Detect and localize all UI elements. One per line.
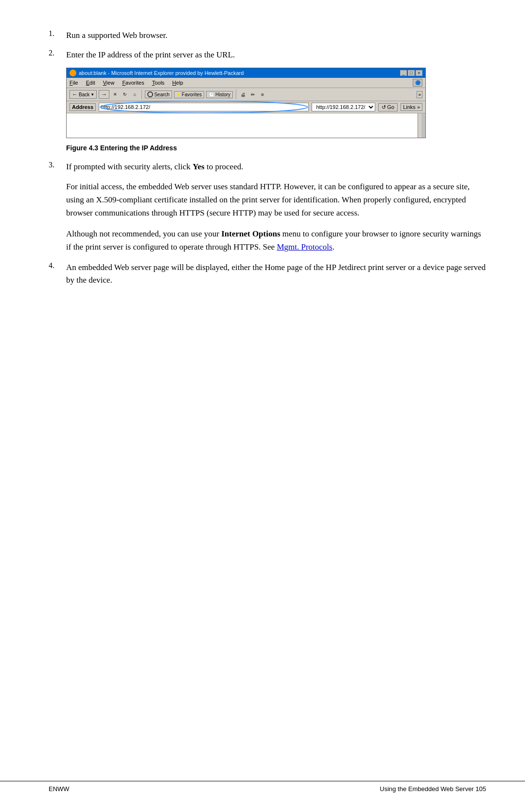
history-button[interactable]: 🕐 History bbox=[206, 91, 233, 98]
history-clock-icon: 🕐 bbox=[209, 92, 214, 97]
back-dropdown-icon: ▼ bbox=[90, 92, 94, 97]
window-controls[interactable]: _ □ × bbox=[400, 70, 422, 76]
toolbar-separator-2 bbox=[236, 90, 236, 99]
browser-title-area: about:blank - Microsoft Internet Explore… bbox=[70, 70, 244, 76]
go-arrow-icon: ↺ bbox=[382, 104, 386, 110]
refresh-button[interactable]: ↻ bbox=[121, 90, 129, 98]
step-3: 3. If prompted with security alerts, cli… bbox=[49, 161, 486, 173]
browser-titlebar: about:blank - Microsoft Internet Explore… bbox=[67, 68, 425, 78]
address-dropdown[interactable]: http://192.168.2.172/ bbox=[312, 103, 375, 111]
browser-toolbar: ← Back ▼ → ✕ ↻ ⌂ Search bbox=[67, 88, 425, 101]
edit-icon: ✏ bbox=[251, 92, 255, 97]
ie-logo: 🔵 bbox=[413, 79, 422, 87]
toolbar-separator-1 bbox=[141, 90, 142, 99]
stop-button[interactable]: ✕ bbox=[111, 90, 119, 98]
home-icon: ⌂ bbox=[133, 92, 136, 97]
browser-menubar: File Edit View Favorites Tools Help 🔵 bbox=[67, 78, 425, 88]
step-4-number: 4. bbox=[49, 261, 66, 270]
internet-options-bold: Internet Options bbox=[221, 229, 280, 238]
go-label: Go bbox=[387, 104, 394, 110]
address-label: Address bbox=[70, 103, 96, 111]
favorites-star-icon: ★ bbox=[176, 92, 181, 97]
step-4: 4. An embedded Web server page will be d… bbox=[49, 261, 486, 286]
paragraph-1: For initial access, the embedded Web ser… bbox=[66, 180, 486, 220]
minimize-button[interactable]: _ bbox=[400, 70, 407, 76]
refresh-icon: ↻ bbox=[123, 92, 127, 97]
home-button[interactable]: ⌂ bbox=[131, 90, 139, 98]
menu-help[interactable]: Help bbox=[172, 80, 183, 86]
forward-arrow-icon: → bbox=[101, 91, 107, 98]
browser-screenshot: about:blank - Microsoft Internet Explore… bbox=[66, 68, 426, 138]
forward-button[interactable]: → bbox=[99, 90, 109, 99]
paragraph-2-before: Although not recommended, you can use yo… bbox=[66, 229, 221, 238]
step-2-text: Enter the IP address of the print server… bbox=[66, 49, 235, 61]
step-2-number: 2. bbox=[49, 49, 66, 57]
menu-file[interactable]: File bbox=[70, 80, 78, 86]
step-1-text: Run a supported Web browser. bbox=[66, 29, 167, 42]
list-icon: ≡ bbox=[261, 92, 264, 97]
favorites-button[interactable]: ★ Favorites bbox=[174, 91, 204, 98]
menu-view[interactable]: View bbox=[103, 80, 115, 86]
step-2: 2. Enter the IP address of the print ser… bbox=[49, 49, 486, 61]
menu-tools[interactable]: Tools bbox=[152, 80, 165, 86]
favorites-label: Favorites bbox=[182, 92, 202, 97]
footer-right: Using the Embedded Web Server 105 bbox=[380, 785, 486, 793]
menu-edit[interactable]: Edit bbox=[86, 80, 95, 86]
print-icon: 🖨 bbox=[241, 92, 245, 97]
back-label: Back bbox=[79, 92, 89, 97]
view-button[interactable]: ≡ bbox=[259, 90, 266, 98]
step-1: 1. Run a supported Web browser. bbox=[49, 29, 486, 42]
back-arrow-icon: ← bbox=[72, 91, 78, 98]
step-1-number: 1. bbox=[49, 29, 66, 38]
close-button[interactable]: × bbox=[416, 70, 422, 76]
step-3-text: If prompted with security alerts, click … bbox=[66, 161, 243, 173]
browser-icon bbox=[70, 70, 76, 76]
footer: ENWW Using the Embedded Web Server 105 bbox=[0, 781, 525, 793]
go-button[interactable]: ↺ Go bbox=[378, 103, 398, 111]
figure-caption: Figure 4.3 Entering the IP Address bbox=[66, 144, 486, 152]
edit-button[interactable]: ✏ bbox=[249, 90, 257, 98]
step-4-text: An embedded Web server page will be disp… bbox=[66, 261, 486, 286]
browser-address-bar: Address http://192.168.2.172/ ↺ Go Links… bbox=[67, 101, 425, 113]
print-button[interactable]: 🖨 bbox=[239, 90, 247, 98]
toolbar-more-button[interactable]: » bbox=[417, 91, 422, 98]
back-button[interactable]: ← Back ▼ bbox=[70, 90, 97, 99]
links-chevron-icon: » bbox=[417, 104, 420, 110]
menu-favorites[interactable]: Favorites bbox=[122, 80, 144, 86]
search-icon bbox=[147, 91, 153, 97]
history-label: History bbox=[215, 92, 230, 97]
search-button[interactable]: Search bbox=[145, 90, 172, 98]
browser-content-area bbox=[67, 113, 425, 138]
paragraph-2: Although not recommended, you can use yo… bbox=[66, 227, 486, 253]
address-input-wrapper bbox=[99, 103, 309, 111]
stop-icon: ✕ bbox=[113, 92, 117, 97]
restore-button[interactable]: □ bbox=[408, 70, 415, 76]
address-input[interactable] bbox=[99, 103, 309, 111]
mgmt-protocols-link[interactable]: Mgmt. Protocols bbox=[277, 242, 332, 252]
scrollbar[interactable] bbox=[418, 113, 421, 138]
footer-left: ENWW bbox=[49, 785, 70, 793]
paragraph-2-end: . bbox=[332, 242, 334, 252]
step-3-number: 3. bbox=[49, 161, 66, 169]
links-button[interactable]: Links » bbox=[401, 103, 422, 111]
browser-title-text: about:blank - Microsoft Internet Explore… bbox=[79, 70, 244, 76]
yes-bold: Yes bbox=[192, 162, 205, 171]
links-label: Links bbox=[403, 104, 416, 110]
search-label: Search bbox=[154, 92, 170, 97]
